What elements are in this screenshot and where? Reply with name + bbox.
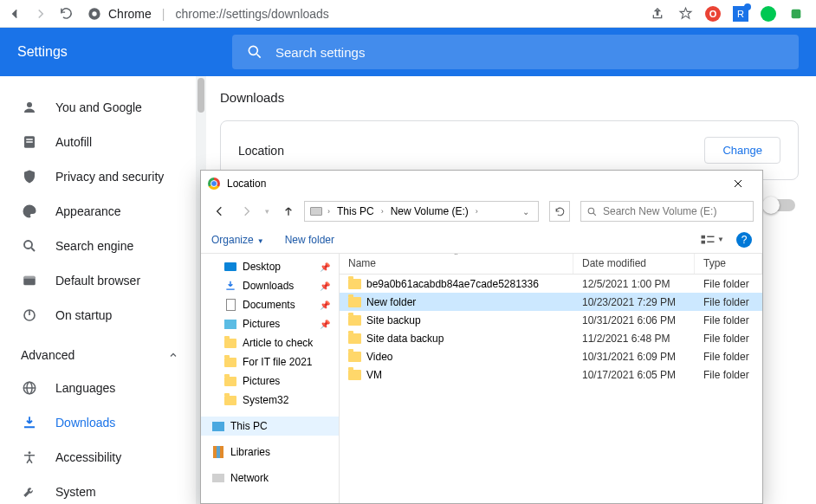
download-icon: [21, 415, 38, 430]
extension-icon-2[interactable]: [788, 6, 804, 22]
settings-sidebar: You and Google Autofill Privacy and secu…: [0, 76, 196, 504]
svg-point-18: [29, 451, 31, 454]
folder-icon: [223, 336, 237, 350]
address-bar[interactable]: Chrome | chrome://settings/downloads: [87, 7, 641, 21]
col-name-header[interactable]: ⌃Name: [340, 254, 573, 274]
tree-item[interactable]: Downloads📌: [201, 276, 339, 295]
help-button[interactable]: ?: [736, 232, 752, 248]
breadcrumb-seg[interactable]: New Volume (E:): [387, 205, 472, 217]
sidebar-item-accessibility[interactable]: Accessibility: [0, 440, 185, 475]
svg-line-4: [257, 55, 261, 58]
dialog-search-input[interactable]: [603, 205, 748, 217]
tree-item[interactable]: Network: [201, 468, 339, 488]
nav-back-button[interactable]: [210, 204, 230, 218]
forward-button[interactable]: [33, 6, 49, 22]
file-row[interactable]: be9a0b61acabdb84ae7cade528133612/5/2021 …: [340, 275, 762, 293]
folder-icon: [223, 393, 237, 407]
grammarly-ext-icon[interactable]: [761, 6, 776, 22]
autofill-icon: [21, 134, 38, 150]
file-row[interactable]: Video10/31/2021 6:09 PMFile folder: [340, 347, 762, 365]
svg-rect-21: [702, 235, 706, 238]
file-list: ⌃Name Date modified Type be9a0b61acabdb8…: [340, 254, 762, 503]
nav-recent-dropdown[interactable]: ▾: [262, 207, 273, 216]
pin-icon: 📌: [320, 262, 330, 272]
tree-item[interactable]: Desktop📌: [201, 257, 339, 276]
chrome-icon: [208, 178, 220, 190]
folder-icon: [223, 355, 237, 369]
extension-icon[interactable]: R: [733, 6, 748, 22]
net-icon: [211, 471, 225, 485]
nav-up-button[interactable]: [278, 204, 299, 218]
breadcrumb-dropdown[interactable]: ⌄: [517, 207, 534, 216]
tree-item[interactable]: System32: [201, 391, 339, 410]
breadcrumb-bar[interactable]: › This PC › New Volume (E:) › ⌄: [304, 201, 539, 222]
share-icon[interactable]: [650, 6, 665, 22]
chevron-up-icon: [168, 350, 178, 360]
new-folder-button[interactable]: New folder: [285, 234, 334, 246]
settings-search[interactable]: [232, 35, 799, 69]
col-date-header[interactable]: Date modified: [573, 254, 695, 274]
tree-item[interactable]: Libraries: [201, 443, 339, 462]
view-options-button[interactable]: ▼: [700, 234, 724, 246]
tree-item[interactable]: Pictures: [201, 372, 339, 391]
search-icon: [246, 43, 263, 61]
sidebar-item-languages[interactable]: Languages: [0, 371, 185, 405]
sidebar-advanced-toggle[interactable]: Advanced: [0, 339, 196, 371]
sidebar-item-default-browser[interactable]: Default browser: [0, 263, 185, 298]
file-dialog: Location ▾ › This PC › New Volume (E:) ›…: [200, 170, 763, 504]
sidebar-item-system[interactable]: System: [0, 475, 185, 504]
tree-item[interactable]: Documents📌: [201, 295, 339, 314]
download-icon: [223, 279, 237, 293]
pc-icon: [211, 419, 225, 433]
folder-icon: [348, 333, 361, 344]
reload-button[interactable]: [59, 6, 74, 21]
tree-item[interactable]: Pictures📌: [201, 314, 339, 333]
sidebar-item-on-startup[interactable]: On startup: [0, 298, 185, 333]
tree-item[interactable]: Article to check: [201, 333, 339, 352]
drive-icon: [308, 204, 324, 219]
sidebar-item-appearance[interactable]: Appearance: [0, 194, 185, 229]
tree-item[interactable]: For IT file 2021: [201, 352, 339, 372]
file-row[interactable]: Site backup10/31/2021 6:06 PMFile folder: [340, 311, 762, 329]
back-button[interactable]: [7, 6, 23, 22]
toggle-switch[interactable]: [764, 199, 795, 211]
sidebar-item-downloads[interactable]: Downloads: [0, 405, 185, 440]
sidebar-item-autofill[interactable]: Autofill: [0, 125, 185, 159]
tree-item[interactable]: This PC: [201, 417, 339, 436]
file-row[interactable]: Site data backup11/2/2021 6:48 PMFile fo…: [340, 329, 762, 347]
sidebar-item-privacy[interactable]: Privacy and security: [0, 159, 185, 194]
shield-icon: [21, 169, 38, 184]
refresh-button[interactable]: [549, 201, 570, 222]
dialog-search[interactable]: [580, 201, 754, 222]
sidebar-item-search-engine[interactable]: Search engine: [0, 229, 185, 263]
svg-point-1: [92, 11, 96, 16]
dialog-nav: ▾ › This PC › New Volume (E:) › ⌄: [201, 197, 762, 226]
change-button[interactable]: Change: [704, 137, 780, 164]
folder-icon: [348, 279, 361, 289]
file-row[interactable]: VM10/17/2021 6:05 PMFile folder: [340, 365, 762, 384]
folder-icon: [223, 374, 237, 388]
addr-scheme: Chrome: [108, 7, 152, 21]
organize-menu[interactable]: Organize▼: [211, 234, 264, 246]
browser-toolbar: Chrome | chrome://settings/downloads O R: [0, 0, 816, 28]
star-icon[interactable]: [677, 6, 693, 22]
nav-forward-button[interactable]: [236, 204, 256, 218]
settings-search-input[interactable]: [275, 45, 785, 60]
opera-ext-icon[interactable]: O: [705, 6, 721, 22]
dialog-titlebar: Location: [201, 171, 762, 197]
col-type-header[interactable]: Type: [695, 254, 762, 274]
close-button[interactable]: [721, 171, 755, 196]
breadcrumb-seg[interactable]: This PC: [334, 205, 378, 217]
search-icon: [21, 238, 38, 254]
folder-tree: Desktop📌Downloads📌Documents📌Pictures📌Art…: [201, 254, 340, 503]
sidebar-item-you-and-google[interactable]: You and Google: [0, 90, 185, 125]
search-icon: [586, 206, 598, 217]
svg-point-9: [24, 241, 32, 249]
pin-icon: 📌: [320, 300, 330, 310]
settings-header: Settings: [0, 28, 816, 76]
file-row[interactable]: New folder10/23/2021 7:29 PMFile folder: [340, 293, 762, 311]
chevron-down-icon: ▼: [257, 237, 264, 245]
svg-point-19: [588, 208, 594, 214]
location-label: Location: [238, 144, 284, 158]
wrench-icon: [21, 484, 38, 500]
